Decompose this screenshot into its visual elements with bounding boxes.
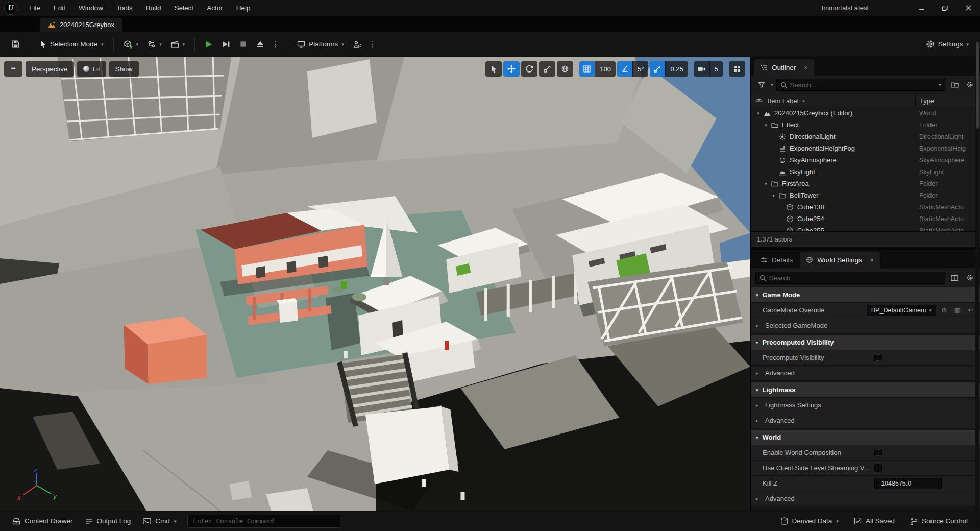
device-profiles-button[interactable] xyxy=(349,36,366,53)
outliner-tab[interactable]: Outliner × xyxy=(754,59,814,76)
filter-button[interactable] xyxy=(755,79,768,91)
close-tab-icon[interactable]: × xyxy=(870,256,874,264)
expand-caret-icon[interactable]: ▸ xyxy=(756,323,761,328)
menu-file[interactable]: File xyxy=(22,0,47,16)
visibility-eye-icon[interactable] xyxy=(755,97,763,104)
unreal-engine-logo-icon[interactable]: U xyxy=(4,2,17,15)
browse-asset-icon[interactable]: ▦ xyxy=(952,305,963,316)
skip-button[interactable] xyxy=(218,36,234,53)
expand-caret-icon[interactable]: ▸ xyxy=(756,403,761,408)
outliner-column-headers[interactable]: Item Label▲ Type xyxy=(751,94,980,107)
settings-button[interactable]: Settings ▾ xyxy=(922,36,973,53)
platforms-dropdown[interactable]: Platforms ▾ xyxy=(293,36,348,53)
property-row-selected-gamemode[interactable]: ▸Selected GameMode xyxy=(751,318,980,333)
show-dropdown[interactable]: Show xyxy=(109,61,139,77)
outliner-search-box[interactable]: ▾ xyxy=(776,79,945,91)
editor-mode-dropdown[interactable]: Selection Mode ▾ xyxy=(36,36,108,53)
blueprints-button[interactable]: ▾ xyxy=(143,36,166,53)
maximize-viewport-button[interactable] xyxy=(729,61,745,77)
property-row-enable-world-composition[interactable]: Enable World Composition xyxy=(751,445,980,461)
position-snap-value[interactable]: 100 xyxy=(595,61,616,77)
property-row-advanced[interactable]: ▸Advanced xyxy=(751,366,980,381)
menu-actor[interactable]: Actor xyxy=(200,0,230,16)
gamemode-override-dropdown[interactable]: BP_DefaultGamem▾ xyxy=(867,305,936,316)
property-row-use-client-side-level-streaming-v[interactable]: Use Client Side Level Streaming V... xyxy=(751,461,980,476)
expand-caret-icon[interactable]: ▸ xyxy=(756,496,761,501)
section-header-lightmass[interactable]: ▾Lightmass xyxy=(751,382,980,398)
expand-caret-icon[interactable]: ▾ xyxy=(770,193,777,198)
console-command-input[interactable] xyxy=(187,515,340,528)
checkbox-enable-world-composition[interactable] xyxy=(874,449,882,456)
property-row-kill-z[interactable]: Kill Z xyxy=(751,476,980,491)
expand-caret-icon[interactable]: ▸ xyxy=(756,418,761,423)
outliner-row-effect[interactable]: ▾EffectFolder xyxy=(751,119,980,131)
minimize-button[interactable] xyxy=(910,0,933,16)
column-item-label[interactable]: Item Label xyxy=(768,97,799,105)
display-options-button[interactable] xyxy=(948,272,961,284)
scale-snap-value[interactable]: 0.25 xyxy=(665,61,688,77)
toolbar-overflow-button[interactable]: ⋮ xyxy=(367,36,379,53)
property-row-advanced[interactable]: ▸Advanced xyxy=(751,491,980,506)
level-tab[interactable]: 20240215Greybox xyxy=(40,18,122,32)
use-selected-asset-icon[interactable]: ⊙ xyxy=(939,305,949,316)
menu-select[interactable]: Select xyxy=(168,0,201,16)
outliner-row-directionallight[interactable]: DirectionalLightDirectionalLight xyxy=(751,131,980,142)
outliner-row-belltower[interactable]: ▾BellTowerFolder xyxy=(751,189,980,201)
outliner-search-input[interactable] xyxy=(790,81,936,89)
derived-data-button[interactable]: Derived Data ▾ xyxy=(775,517,844,525)
close-tab-icon[interactable]: × xyxy=(804,64,808,71)
restore-button[interactable] xyxy=(933,0,957,16)
output-log-button[interactable]: Output Log xyxy=(80,511,136,531)
source-control-button[interactable]: Source Control xyxy=(905,517,973,525)
move-tool-button[interactable] xyxy=(503,61,520,77)
create-folder-button[interactable] xyxy=(948,79,961,91)
checkbox-use-client-side-level-streaming-v[interactable] xyxy=(874,464,882,472)
expand-caret-icon[interactable]: ▾ xyxy=(762,181,770,186)
menu-edit[interactable]: Edit xyxy=(47,0,72,16)
outliner-row-exponentialheightfog[interactable]: ExponentialHeightFogExponentialHeig xyxy=(751,142,980,154)
play-options-button[interactable]: ⋮ xyxy=(270,36,281,53)
expand-caret-icon[interactable]: ▸ xyxy=(756,371,761,376)
details-scrollbar[interactable] xyxy=(975,250,979,511)
checkbox-precompute-visibility[interactable] xyxy=(874,354,882,361)
outliner-settings-button[interactable] xyxy=(964,79,976,91)
reset-to-default-icon[interactable]: ↩ xyxy=(966,305,976,316)
select-tool-button[interactable] xyxy=(485,61,502,77)
property-row-precompute-visibility[interactable]: Precompute Visibility xyxy=(751,350,980,366)
all-saved-button[interactable]: All Saved xyxy=(849,517,900,525)
cmd-dropdown[interactable]: Cmd ▾ xyxy=(138,511,181,531)
outliner-row-skyatmosphere[interactable]: SkyAtmosphereSkyAtmosphere xyxy=(751,154,980,166)
menu-help[interactable]: Help xyxy=(230,0,257,16)
outliner-row-cube254[interactable]: Cube254StaticMeshActo xyxy=(751,213,980,225)
details-tab[interactable]: Details xyxy=(754,252,799,268)
save-all-button[interactable] xyxy=(7,36,24,53)
rotation-snap-value[interactable]: 5° xyxy=(632,61,648,77)
eject-button[interactable] xyxy=(252,36,268,53)
rotate-tool-button[interactable] xyxy=(521,61,537,77)
scale-tool-button[interactable] xyxy=(539,61,555,77)
section-header-game-mode[interactable]: ▾Game Mode xyxy=(751,287,980,303)
menu-tools[interactable]: Tools xyxy=(110,0,139,16)
stop-button[interactable] xyxy=(235,36,251,53)
outliner-row-cube255[interactable]: Cube255StaticMeshActo xyxy=(751,225,980,231)
content-drawer-button[interactable]: Content Drawer xyxy=(7,511,78,531)
perspective-dropdown[interactable]: Perspective xyxy=(26,61,74,77)
outliner-row-firstarea[interactable]: ▾FirstAreaFolder xyxy=(751,178,980,189)
scale-snap-control[interactable]: 0.25 xyxy=(650,61,688,77)
details-settings-button[interactable] xyxy=(964,272,976,284)
expand-caret-icon[interactable]: ▾ xyxy=(754,111,762,116)
viewport[interactable]: ≡ Perspective Lit Show xyxy=(0,57,750,511)
property-row-advanced[interactable]: ▸Advanced xyxy=(751,413,980,428)
expand-caret-icon[interactable]: ▾ xyxy=(762,123,770,128)
close-button[interactable] xyxy=(957,0,980,16)
cinematics-button[interactable]: ▾ xyxy=(167,36,189,53)
rotation-snap-control[interactable]: 5° xyxy=(617,61,648,77)
viewport-options-button[interactable]: ≡ xyxy=(4,61,22,77)
outliner-row-20240215greybox-editor[interactable]: ▾20240215Greybox (Editor)World xyxy=(751,107,980,119)
play-button[interactable] xyxy=(201,36,217,53)
section-header-world[interactable]: ▾World xyxy=(751,430,980,445)
property-row-gamemode-override[interactable]: GameMode OverrideBP_DefaultGamem▾⊙▦↩ xyxy=(751,303,980,318)
view-mode-dropdown[interactable]: Lit xyxy=(77,61,106,77)
position-snap-control[interactable]: 100 xyxy=(579,61,616,77)
camera-speed-control[interactable]: 5 xyxy=(694,61,723,77)
